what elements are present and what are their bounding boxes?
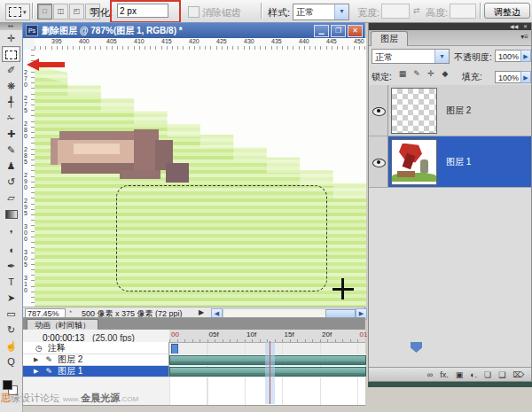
zoom-tool[interactable]: Q	[2, 354, 20, 369]
lock-pixels-icon[interactable]: ✎	[411, 69, 422, 78]
timeline-row[interactable]: ◷注释	[23, 342, 366, 354]
opacity-field[interactable]: 100%	[495, 50, 521, 62]
opacity-spinner-icon[interactable]: ▶	[520, 50, 531, 62]
restore-button[interactable]: ❐	[331, 25, 346, 37]
style-value: 正常	[293, 4, 334, 19]
visibility-toggle[interactable]	[369, 136, 388, 187]
chevron-down-icon: ▾	[23, 9, 27, 16]
timeline-tick-label: 05f	[209, 330, 219, 338]
v-ruler-label: 270	[24, 69, 30, 88]
layer-row[interactable]: 图层 1	[369, 136, 531, 188]
fill-spinner-icon[interactable]: ▶	[520, 71, 531, 83]
eraser-tool[interactable]: ▱	[2, 190, 20, 206]
dodge-tool[interactable]: ◖	[2, 242, 20, 258]
width-label: 宽度:	[357, 6, 379, 19]
layer-row[interactable]: 图层 2	[369, 85, 531, 136]
lock-position-icon[interactable]: ✛	[426, 69, 436, 78]
style-select[interactable]: 正常 ▾	[293, 4, 349, 20]
slice-tool[interactable]: ✁	[2, 110, 20, 126]
healing-brush-tool[interactable]: ✚	[2, 126, 20, 142]
tool-list: ✛✐❋╃✁✚✎♟↺▱❜◖✒T➤▭↻☝Q	[0, 30, 22, 369]
rectangular-marquee-tool-glyph	[5, 51, 17, 59]
status-flyout-arrow-icon[interactable]: ▶	[199, 308, 204, 316]
selection-mode-button-1[interactable]: ◫	[53, 4, 68, 19]
quick-selection-tool[interactable]: ❋	[2, 78, 20, 94]
new-group-icon[interactable]: ❏	[484, 370, 491, 379]
timeline-ruler[interactable]: 0005f10f15f20f01:0	[169, 330, 365, 343]
history-brush-tool[interactable]: ↺	[2, 174, 20, 190]
pixelated-artwork	[120, 170, 160, 179]
v-ruler-label: 290	[24, 172, 30, 190]
path-selection-tool[interactable]: ➤	[2, 290, 20, 306]
selection-mode-button-0[interactable]: □	[37, 4, 52, 19]
feather-input[interactable]	[117, 4, 168, 18]
brush-tool[interactable]: ✎	[2, 142, 20, 158]
watermark-text: 思	[1, 393, 11, 403]
link-layers-icon[interactable]: ∞	[427, 370, 433, 379]
lock-transparency-icon[interactable]: ▦	[397, 69, 408, 78]
move-tool[interactable]: ✛	[2, 30, 20, 46]
timeline-row-header[interactable]: ▶✎图层 1	[23, 366, 169, 377]
shape-tool[interactable]: ▭	[2, 306, 20, 322]
feather-label: 羽化:	[90, 6, 113, 19]
toolbox-grip[interactable]: ▸▸	[0, 22, 22, 30]
thumbnail-art	[420, 159, 428, 174]
h-ruler-label: 415	[161, 38, 172, 44]
timeline-row[interactable]: ▶✎图层 1	[23, 366, 366, 377]
delete-layer-icon[interactable]: ⌦	[512, 370, 524, 379]
canvas[interactable]	[35, 50, 366, 307]
expand-triangle-icon[interactable]: ▶	[34, 356, 38, 363]
stopwatch-icon[interactable]: ◷	[35, 344, 43, 353]
close-button[interactable]: ✕	[348, 25, 363, 37]
lock-all-icon[interactable]: ◆	[440, 69, 450, 78]
blend-mode-select[interactable]: 正常 ▾	[372, 49, 450, 64]
pen-tool[interactable]: ✒	[2, 258, 20, 274]
antialias-checkbox[interactable]	[188, 6, 200, 18]
tool-preset-picker[interactable]: ▾	[5, 4, 30, 20]
visibility-toggle[interactable]	[369, 85, 388, 136]
type-tool[interactable]: T	[2, 274, 20, 290]
new-layer-icon[interactable]: ❑	[498, 370, 505, 379]
tab-layers[interactable]: 图层	[371, 31, 408, 46]
eye-icon	[372, 107, 386, 116]
layer-thumbnail	[391, 88, 437, 134]
watermark-text: www.	[63, 395, 80, 403]
thumbnail-art	[397, 171, 415, 177]
refine-edge-button[interactable]: 调整边缘...	[484, 3, 530, 19]
layers-panel: ◀◀ ✕ 图层 ▾≡ 正常 ▾ 不透明度: 100% ▶ 锁定: ▦✎✛◆ 填充…	[368, 22, 532, 382]
lock-buttons: ▦✎✛◆	[397, 69, 450, 78]
clock-icon: ◔	[67, 307, 72, 316]
document-titlebar[interactable]: Ps 删除图层 @ 787%(图层 1, RGB/8) * ▁ ❐ ✕	[23, 23, 364, 38]
timeline-tick-label: 10f	[246, 330, 256, 338]
selection-mode-button-2[interactable]: ◰	[69, 4, 84, 19]
panel-menu-icon[interactable]: ▾≡	[520, 33, 528, 41]
fill-field[interactable]: 100%	[495, 71, 521, 83]
timeline-tick-label: 00	[171, 330, 179, 338]
h-ruler-label: 410	[134, 38, 145, 44]
marquee-selection[interactable]	[116, 185, 327, 292]
opacity-label: 不透明度:	[454, 51, 492, 64]
close-panel-icon[interactable]: ✕	[523, 24, 528, 29]
lasso-tool[interactable]: ✐	[2, 62, 20, 78]
chevron-down-icon[interactable]: ▾	[334, 4, 348, 19]
layer-mask-icon[interactable]: ▣	[456, 370, 464, 379]
timeline-row-header[interactable]: ▶✎图层 2	[23, 354, 169, 366]
rectangular-marquee-tool[interactable]	[2, 46, 20, 62]
expand-triangle-icon[interactable]: ▶	[34, 368, 38, 375]
chevron-down-icon[interactable]: ▾	[434, 50, 449, 63]
h-ruler-label: 400	[79, 38, 90, 44]
timeline-row-header[interactable]: ◷注释	[23, 342, 169, 354]
layer-style-icon[interactable]: fx.	[440, 370, 449, 379]
clone-stamp-tool[interactable]: ♟	[2, 158, 20, 174]
foreground-color-swatch[interactable]	[3, 380, 12, 390]
minimize-button[interactable]: ▁	[314, 25, 329, 37]
gradient-tool[interactable]	[2, 210, 20, 226]
collapse-panel-icon[interactable]: ◀◀	[510, 24, 518, 29]
hand-tool[interactable]: ☝	[2, 338, 20, 354]
adjustment-layer-icon[interactable]: ◐.	[470, 370, 477, 379]
ruler-origin-corner[interactable]	[23, 38, 35, 51]
crop-tool[interactable]: ╃	[2, 94, 20, 110]
blur-tool[interactable]: ❜	[2, 226, 20, 242]
toolbox: ▸▸ ✛✐❋╃✁✚✎♟↺▱❜◖✒T➤▭↻☝Q	[0, 22, 23, 412]
3d-rotate-tool[interactable]: ↻	[2, 322, 20, 338]
